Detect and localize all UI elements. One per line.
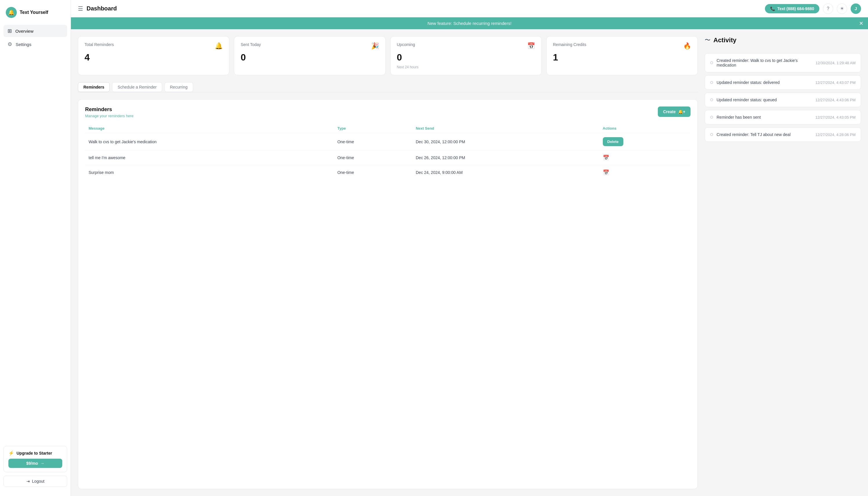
activity-title: Activity [713,36,736,44]
reminders-subtitle: Manage your reminders here [85,114,134,118]
tab-reminders[interactable]: Reminders [78,82,110,92]
activity-dot [710,133,713,136]
user-avatar[interactable]: J [851,3,861,14]
activity-list: Created reminder: Walk to cvs to get Jac… [705,53,861,142]
calendar-icon: 📅 [527,42,535,50]
sidebar-logo: 🔔 Text Yourself [0,5,71,25]
stat-sub: Next 24 hours [397,65,535,69]
cell-action: Delete [599,133,691,151]
stat-header: Sent Today 🎉 [241,42,379,50]
cell-next-send: Dec 30, 2024, 12:00:00 PM [412,133,599,151]
app-logo-icon: 🔔 [6,7,17,18]
activity-dot [710,61,713,64]
activity-item: Created reminder: Walk to cvs to get Jac… [705,53,861,72]
col-actions: Actions [599,124,691,133]
tabs-bar: Reminders Schedule a Reminder Recurring [78,82,698,92]
stat-label: Remaining Credits [553,42,586,47]
stat-label: Sent Today [241,42,261,47]
page-title: Dashboard [87,5,117,12]
stat-label: Upcoming [397,42,415,47]
header-left: ☰ Dashboard [78,5,117,12]
activity-item-time: 12/27/2024, 4:43:06 PM [815,98,855,102]
cell-next-send: Dec 24, 2024, 9:00:00 AM [412,165,599,180]
reminders-title: Reminders [85,107,134,112]
activity-item: Updated reminder status: delivered 12/27… [705,75,861,90]
stat-value: 0 [241,52,379,63]
cell-message: Surprise mom [85,165,334,180]
activity-item: Created reminder: Tell TJ about new deal… [705,127,861,142]
theme-icon: ☀ [840,6,844,11]
sidebar-item-settings-label: Settings [16,42,31,47]
stat-value: 0 [397,52,535,63]
cell-type: One-time [334,133,412,151]
create-icon: 🔔+ [678,109,685,114]
stats-grid: Total Reminders 🔔 4 Sent Today 🎉 0 Upcom… [78,36,698,75]
sidebar: 🔔 Text Yourself ⊞ Overview ⚙ Settings ⚡ … [0,0,71,496]
help-button[interactable]: ? [823,3,833,14]
content-area: Total Reminders 🔔 4 Sent Today 🎉 0 Upcom… [71,29,868,496]
banner-text: New feature: Schedule recurring reminder… [427,21,511,26]
cell-next-send: Dec 26, 2024, 12:00:00 PM [412,151,599,165]
phone-icon: 📞 [770,6,775,11]
stat-header: Upcoming 📅 [397,42,535,50]
arrow-icon: → [40,461,44,466]
stat-upcoming: Upcoming 📅 0 Next 24 hours [390,36,542,75]
activity-pulse-icon: 〜 [705,36,711,44]
banner-close-button[interactable]: ✕ [859,20,863,27]
activity-item-text: Created reminder: Tell TJ about new deal [717,132,791,137]
table-row: Surprise mom One-time Dec 24, 2024, 9:00… [85,165,690,180]
stat-remaining-credits: Remaining Credits 🔥 1 [546,36,698,75]
cell-message: tell me I'm awesome [85,151,334,165]
sidebar-toggle-button[interactable]: ☰ [78,5,83,12]
activity-item-text: Reminder has been sent [717,115,761,120]
reminders-card: Reminders Manage your reminders here Cre… [78,99,698,489]
stat-header: Total Reminders 🔔 [85,42,223,50]
reminders-table-container[interactable]: Message Type Next Send Actions Walk to c… [85,124,690,180]
reminders-title-group: Reminders Manage your reminders here [85,107,134,118]
logout-icon: ⇥ [26,479,30,483]
activity-item-text: Created reminder: Walk to cvs to get Jac… [717,58,812,67]
calendar-action-icon[interactable]: 📅 [603,170,609,175]
reminders-table: Message Type Next Send Actions Walk to c… [85,124,690,180]
table-row: tell me I'm awesome One-time Dec 26, 202… [85,151,690,165]
stat-value: 4 [85,52,223,63]
stat-label: Total Reminders [85,42,114,47]
calendar-action-icon[interactable]: 📅 [603,155,609,160]
main-content: ☰ Dashboard 📞 Text (888) 684-9880 ? ☀ J … [71,0,868,496]
sidebar-bottom: ⚡ Upgrade to Starter $9/mo → ⇥ Logout [0,446,71,491]
activity-dot [710,98,713,101]
activity-item-left: Reminder has been sent [710,115,761,120]
activity-item-text: Updated reminder status: queued [717,97,777,102]
activity-item-time: 12/30/2024, 1:29:48 AM [816,61,855,65]
sidebar-item-settings[interactable]: ⚙ Settings [3,38,67,50]
phone-button[interactable]: 📞 Text (888) 684-9880 [765,4,819,13]
sidebar-nav: ⊞ Overview ⚙ Settings [0,25,71,446]
header-right: 📞 Text (888) 684-9880 ? ☀ J [765,3,861,14]
reminders-card-header: Reminders Manage your reminders here Cre… [85,107,690,118]
delete-button[interactable]: Delete [603,137,623,146]
help-icon: ? [827,6,829,11]
feature-banner: New feature: Schedule recurring reminder… [71,17,868,29]
activity-item-time: 12/27/2024, 4:43:07 PM [815,80,855,85]
upgrade-button[interactable]: $9/mo → [9,459,62,468]
stat-total-reminders: Total Reminders 🔔 4 [78,36,229,75]
logout-button[interactable]: ⇥ Logout [3,476,67,487]
activity-item: Updated reminder status: queued 12/27/20… [705,93,861,107]
activity-item-left: Created reminder: Walk to cvs to get Jac… [710,58,812,67]
tab-recurring[interactable]: Recurring [165,82,193,92]
create-reminder-button[interactable]: Create 🔔+ [658,107,690,117]
cell-type: One-time [334,165,412,180]
cell-action: 📅 [599,151,691,165]
cell-action: 📅 [599,165,691,180]
stat-header: Remaining Credits 🔥 [553,42,691,50]
sidebar-item-overview[interactable]: ⊞ Overview [3,25,67,37]
cell-type: One-time [334,151,412,165]
tab-schedule-reminder[interactable]: Schedule a Reminder [112,82,162,92]
left-panel: Total Reminders 🔔 4 Sent Today 🎉 0 Upcom… [78,36,698,489]
activity-item-time: 12/27/2024, 4:28:06 PM [815,133,855,137]
stat-sent-today: Sent Today 🎉 0 [234,36,385,75]
theme-toggle-button[interactable]: ☀ [837,3,847,14]
app-name: Text Yourself [20,10,48,15]
activity-item: Reminder has been sent 12/27/2024, 4:43:… [705,110,861,124]
activity-item-text: Updated reminder status: delivered [717,80,780,85]
